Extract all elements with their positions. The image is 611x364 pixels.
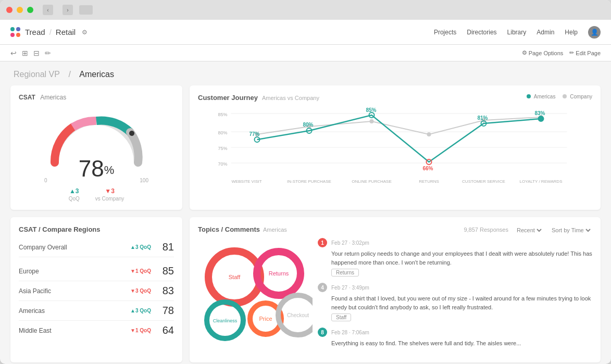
gauge-min: 0: [44, 178, 47, 183]
csat-qoq-value: ▲3: [69, 187, 79, 195]
maximize-button[interactable]: [27, 7, 33, 13]
nav-projects[interactable]: Projects: [434, 29, 456, 36]
section-name: Retail: [56, 28, 76, 36]
csat-footer: ▲3 QoQ ▼3 vs Company: [19, 187, 174, 202]
svg-text:IN-STORE PURCHASE: IN-STORE PURCHASE: [287, 179, 331, 184]
tab-button[interactable]: [79, 5, 93, 15]
compare-delta-2: ▼3 QoQ: [130, 288, 151, 294]
edit-icon[interactable]: ✏: [45, 49, 51, 57]
journey-header: Customer Journey Americas vs Company: [198, 94, 319, 102]
back-button[interactable]: ‹: [43, 5, 53, 15]
csat-card: CSAT Americas: [10, 85, 182, 210]
comment-1: 1 Feb 27 · 3:02pm Your return policy nee…: [318, 238, 592, 277]
csat-title: CSAT Americas: [19, 94, 174, 101]
topics-title: Topics / Comments: [198, 225, 260, 233]
comment-4-header: 4 Feb 27 · 3:49pm: [318, 283, 592, 292]
journey-chart: 85% 80% 75% 70%: [198, 106, 592, 189]
topics-comments: 1 Feb 27 · 3:02pm Your return policy nee…: [318, 238, 592, 354]
nav-admin[interactable]: Admin: [537, 29, 554, 36]
comment-8: 8 Feb 28 · 7:06am Everything is easy to …: [318, 328, 592, 348]
topics-meta: 9,857 Responses Recent Sort by Time: [464, 227, 592, 234]
svg-text:LOYALTY / REWARDS: LOYALTY / REWARDS: [520, 179, 563, 184]
legend-americas: Americas: [527, 94, 555, 99]
user-avatar[interactable]: 👤: [588, 26, 601, 39]
svg-text:CUSTOMER SERVICE: CUSTOMER SERVICE: [462, 179, 505, 184]
svg-text:80%: 80%: [303, 122, 314, 128]
logo-icon: [10, 27, 21, 37]
svg-text:RETURNS: RETURNS: [419, 179, 439, 184]
comment-8-num: 8: [318, 328, 327, 337]
svg-text:85%: 85%: [366, 107, 377, 113]
comment-4-num: 4: [318, 283, 327, 292]
compare-name-2: Asia Pacific: [19, 287, 130, 295]
compare-value-0: 81: [155, 241, 174, 253]
journey-subtitle: Americas vs Company: [262, 95, 319, 101]
app-logo[interactable]: Tread / Retail ⚙: [10, 27, 88, 37]
svg-text:Cleanliness: Cleanliness: [213, 318, 238, 323]
breadcrumb-parent[interactable]: Regional VP: [14, 70, 60, 79]
csat-vs-company: ▼3 vs Company: [95, 187, 124, 202]
csat-qoq: ▲3 QoQ: [69, 187, 80, 202]
comment-4-tag[interactable]: Staff: [331, 313, 351, 321]
compare-title: CSAT / Compare Regions: [19, 225, 174, 233]
page-options-label: Page Options: [529, 50, 564, 56]
edit-page-button[interactable]: ✏ Edit Page: [569, 49, 601, 56]
topics-sort-recent[interactable]: Recent: [515, 227, 543, 234]
gauge-labels: 0 100: [44, 178, 148, 183]
page-options-icon: ⚙: [522, 49, 527, 56]
app-nav: Projects Directories Library Admin Help …: [434, 26, 601, 39]
comment-1-num: 1: [318, 238, 327, 247]
compare-delta-3: ▲3 QoQ: [130, 308, 151, 313]
legend-company: Company: [563, 94, 592, 99]
csat-subtitle: Americas: [40, 94, 66, 101]
settings-icon[interactable]: ⚙: [82, 29, 88, 36]
compare-delta-4: ▼1 QoQ: [130, 328, 151, 333]
title-bar: ‹ ›: [0, 0, 611, 20]
gauge-value-container: 78%: [79, 157, 115, 180]
compare-value-4: 64: [155, 324, 174, 336]
toolbar-right: ⚙ Page Options ✏ Edit Page: [522, 49, 601, 56]
svg-text:77%: 77%: [250, 131, 260, 137]
gauge-max: 100: [140, 178, 148, 183]
comment-1-tag[interactable]: Returns: [331, 269, 359, 277]
toolbar: ↩ ⊞ ⊟ ✏ ⚙ Page Options ✏ Edit Page: [0, 45, 611, 61]
breadcrumb: Regional VP / Americas: [0, 61, 611, 85]
app-header: Tread / Retail ⚙ Projects Directories Li…: [0, 20, 611, 45]
svg-point-12: [427, 132, 431, 136]
compare-delta-0: ▲3 QoQ: [130, 244, 151, 250]
close-button[interactable]: [6, 7, 13, 13]
grid-icon[interactable]: ⊟: [33, 49, 40, 57]
comment-4-time: Feb 27 · 3:49pm: [331, 285, 369, 291]
breadcrumb-current: Americas: [79, 70, 114, 79]
bubbles-chart: Staff Returns Cleanliness Price: [198, 238, 313, 342]
comment-1-text: Your return policy needs to change and y…: [331, 249, 592, 267]
page-options-button[interactable]: ⚙ Page Options: [522, 49, 564, 56]
compare-name-3: Americas: [19, 307, 130, 315]
compare-value-1: 85: [155, 265, 174, 277]
breadcrumb-separator: /: [68, 70, 70, 79]
minimize-button[interactable]: [17, 7, 23, 13]
topics-sort-time[interactable]: Sort by Time: [550, 227, 592, 234]
csat-company-value: ▼3: [105, 187, 115, 195]
svg-point-11: [370, 119, 374, 123]
back-icon[interactable]: ↩: [10, 49, 17, 57]
forward-button[interactable]: ›: [63, 5, 73, 15]
header-separator: /: [49, 28, 52, 36]
topics-subtitle: Americas: [263, 227, 287, 233]
journey-title: Customer Journey: [198, 94, 258, 102]
comment-8-time: Feb 28 · 7:06am: [331, 330, 369, 335]
compare-name-4: Middle East: [19, 327, 130, 334]
main-content: CSAT Americas: [0, 85, 611, 364]
journey-card: Customer Journey Americas vs Company Ame…: [190, 85, 601, 210]
comment-4-text: Found a shirt that I loved, but you were…: [331, 294, 592, 311]
compare-row-mideast: Middle East ▼1 QoQ 64: [19, 321, 174, 340]
brand-name: Tread: [25, 28, 45, 36]
topics-bubbles: Staff Returns Cleanliness Price: [198, 238, 313, 354]
compare-value-3: 78: [155, 305, 174, 317]
nav-library[interactable]: Library: [507, 29, 527, 36]
comment-1-header: 1 Feb 27 · 3:02pm: [318, 238, 592, 247]
nav-help[interactable]: Help: [565, 29, 578, 36]
svg-text:83%: 83%: [535, 110, 545, 116]
nav-directories[interactable]: Directories: [467, 29, 496, 36]
home-icon[interactable]: ⊞: [22, 49, 28, 57]
